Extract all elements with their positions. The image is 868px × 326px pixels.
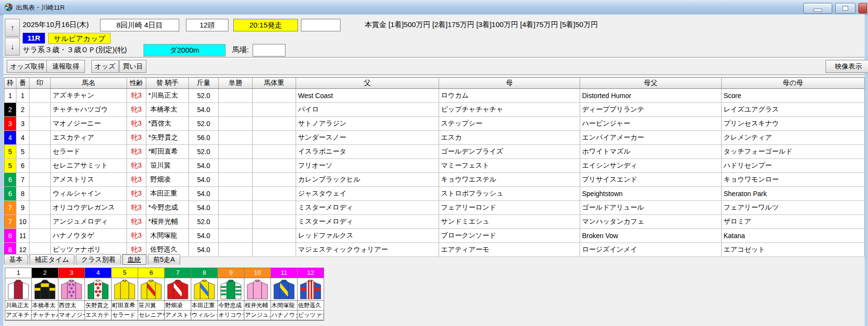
close-button[interactable] <box>858 3 867 14</box>
sex-age-cell: 牝3 <box>127 229 146 243</box>
tab-item[interactable]: 補正タイム <box>29 254 74 265</box>
get-odds-button[interactable]: オッズ取得 <box>7 60 48 73</box>
win-odds-cell <box>219 89 253 103</box>
mark-cell <box>29 103 51 117</box>
dam-sire-cell: ハービンジャー <box>580 117 722 131</box>
horse-name-cell: チャチャハツゴウ <box>51 103 127 117</box>
table-row[interactable]: 67アメストリス牝3 野畑凌54.0カレンブラックヒルキョウワエステルプリサイス… <box>4 173 865 187</box>
body-weight-cell <box>253 159 296 173</box>
column-header[interactable]: 斤量 <box>189 78 219 89</box>
tab-item[interactable]: クラス別着 <box>76 254 121 265</box>
tab-item[interactable]: 血統 <box>122 254 146 265</box>
sire-cell: ジャスタウェイ <box>296 187 439 201</box>
silk-jockey-name: 本橋孝太 <box>32 301 58 311</box>
silk-column: 3 西啓太マオノジーニー <box>58 268 85 321</box>
column-header[interactable]: 単勝 <box>219 78 253 89</box>
column-header[interactable]: 母父 <box>580 78 722 89</box>
weight-cell: 52.0 <box>189 145 219 159</box>
silk-horse-name: セレニアサミット <box>138 311 164 320</box>
maximize-button[interactable] <box>835 3 855 14</box>
column-header[interactable]: 母 <box>439 78 580 89</box>
table-row[interactable]: 811ハナノウタゲ牝3 木間塚龍54.0レッドファルクスブロークンソードBrok… <box>4 229 865 243</box>
silk-jockey-name: 桜井光輔 <box>244 301 270 311</box>
silk-icon <box>5 278 31 301</box>
column-header[interactable]: 印 <box>29 78 51 89</box>
silk-horse-name: アズキチャン <box>5 311 31 320</box>
table-row[interactable]: 44エスカティア牝3*矢野貴之56.0サンダースノーエスカエンパイアメーカークレ… <box>4 131 865 145</box>
jockey-cell: 本田正重 <box>146 187 189 201</box>
table-row[interactable]: 55セラード牝3*町田直希52.0イスラボニータゴールデンプライズホワイトマズル… <box>4 145 865 159</box>
table-row[interactable]: 33マオノジーニー牝3*西啓太52.0サトノアラジンステップシーハービンジャープ… <box>4 117 865 131</box>
entries-table: 枠番印馬名性齢替 騎手斤量単勝馬体重父母母父母の母 11アズキチャン牝3*川島正… <box>4 77 865 257</box>
column-header[interactable]: 枠 <box>4 78 16 89</box>
table-row[interactable]: 11アズキチャン牝3*川島正太52.0West CoastロウカムDistort… <box>4 89 865 103</box>
column-header[interactable]: 性齢 <box>127 78 146 89</box>
silk-icon <box>244 278 270 301</box>
track-condition-field[interactable] <box>253 44 285 57</box>
body-weight-cell <box>253 229 296 243</box>
sire-cell: フリオーソ <box>296 159 439 173</box>
dam-sire-cell: Broken Vow <box>580 229 722 243</box>
table-row[interactable]: 710アンジュメロディ牝3*桜井光輔52.0ミスターメロディサンドミエシュマンハ… <box>4 215 865 229</box>
win-odds-cell <box>219 201 253 215</box>
minimize-button[interactable] <box>803 3 832 14</box>
table-row[interactable]: 79オリコウデレガンス牝3*今野忠成54.0ミスターメロディフェアリーロンドゴー… <box>4 201 865 215</box>
client-area: ↑ ↓ 2025年10月16日(木) 8回川崎 4日目 12頭 20:15発走 … <box>3 14 865 326</box>
dams-dam-cell: Sheraton Park <box>722 187 865 201</box>
separator <box>3 74 865 76</box>
table-row[interactable]: 22チャチャハツゴウ牝3 本橋孝太54.0パイロビップチャチャチャディープブリラ… <box>4 103 865 117</box>
waku-cell: 6 <box>4 173 16 187</box>
column-header[interactable]: 母の母 <box>722 78 865 89</box>
silk-icon <box>85 278 111 301</box>
silk-jockey-name: 佐野遥久 <box>298 301 324 311</box>
table-row[interactable]: 56セレニアサミット牝3 笹川翼54.0フリオーソマミーフェストエイシンサンディ… <box>4 159 865 173</box>
silk-icon <box>165 278 191 301</box>
column-header[interactable]: 番 <box>16 78 29 89</box>
race-name: サルビアカップ <box>48 33 111 44</box>
silk-panel: 1 川島正太アズキチャン2 本橋孝太チャチャハツゴウ3 西啓太マオノジーニー4 … <box>5 268 324 321</box>
dam-cell: キョウワエステル <box>439 173 580 187</box>
horse-number-cell: 7 <box>16 173 29 187</box>
silk-icon <box>191 278 217 301</box>
odds-button[interactable]: オッズ <box>91 60 119 73</box>
tab-item[interactable]: 前5走A <box>148 254 180 265</box>
video-button[interactable]: 映像表示 <box>825 60 868 73</box>
silk-icon <box>112 278 138 301</box>
tab-item[interactable]: 基本 <box>4 254 28 265</box>
dams-dam-cell: プリンセスキナウ <box>722 117 865 131</box>
dams-dam-cell: キョウワモンロー <box>722 173 865 187</box>
jockey-cell: *桜井光輔 <box>146 215 189 229</box>
column-header[interactable]: 替 騎手 <box>146 78 189 89</box>
dam-cell: ブロークンソード <box>439 229 580 243</box>
column-header[interactable]: 馬体重 <box>253 78 296 89</box>
next-race-button[interactable]: ↓ <box>5 38 20 56</box>
jockey-cell: *西啓太 <box>146 117 189 131</box>
silk-column: 1 川島正太アズキチャン <box>5 268 32 321</box>
body-weight-cell <box>253 89 296 103</box>
silk-jockey-name: 本田正重 <box>191 301 217 311</box>
column-header[interactable]: 馬名 <box>51 78 127 89</box>
horse-name-cell: オリコウデレガンス <box>51 201 127 215</box>
win-odds-cell <box>219 173 253 187</box>
body-weight-cell <box>253 117 296 131</box>
prev-race-button[interactable]: ↑ <box>5 19 20 37</box>
table-row[interactable]: 68ウィルシャイン牝3 本田正重54.0ジャスタウェイストロボフラッシュSpei… <box>4 187 865 201</box>
sex-age-cell: 牝3 <box>127 131 146 145</box>
bet-picks-button[interactable]: 買い目 <box>119 60 146 73</box>
sire-cell: サンダースノー <box>296 131 439 145</box>
mark-cell <box>29 173 51 187</box>
get-flash-button[interactable]: 速報取得 <box>46 60 85 73</box>
horse-name-cell: セレニアサミット <box>51 159 127 173</box>
column-header[interactable]: 父 <box>296 78 439 89</box>
dam-cell: エスカ <box>439 131 580 145</box>
silk-column: 11 木間塚龍ハナノウタゲ <box>271 268 298 321</box>
waku-cell: 1 <box>4 89 16 103</box>
sex-age-cell: 牝3 <box>127 215 146 229</box>
titlebar: 出馬表・川崎11R <box>0 0 868 15</box>
mark-cell <box>29 201 51 215</box>
sire-cell: ミスターメロディ <box>296 201 439 215</box>
race-extra-field[interactable] <box>301 19 341 31</box>
silk-column: 6 笹川翼セレニアサミット <box>138 268 165 321</box>
dam-sire-cell: ディープブリランテ <box>580 103 722 117</box>
silk-number: 9 <box>218 268 244 278</box>
